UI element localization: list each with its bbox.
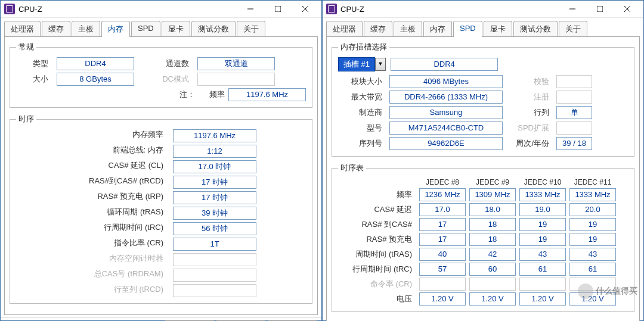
jedec-header: JEDEC #11 [569, 178, 616, 186]
timing-cell: 1.20 V [469, 292, 516, 306]
timing-cell: 18 [469, 218, 516, 231]
trcd-value: 17 时钟 [173, 176, 256, 189]
timing-row-label: RAS# 预充电 [338, 234, 416, 245]
mfr-label: 制造商 [338, 107, 386, 118]
slot-dropdown-button[interactable]: ▼ [375, 58, 386, 71]
timing-row-label: RAS# 到CAS# [338, 219, 416, 230]
timing-cell: 1.20 V [519, 292, 566, 306]
tab-mainboard[interactable]: 主板 [72, 21, 100, 37]
tab-about[interactable]: 关于 [559, 21, 587, 37]
channels-label: 通道数 [139, 58, 193, 69]
type-label: 类型 [16, 58, 52, 69]
timing-row-label: 频率 [338, 189, 416, 200]
timing-cell: 17 [419, 233, 466, 246]
titlebar[interactable]: CPU-Z [323, 1, 643, 18]
slot-legend: 内存插槽选择 [338, 42, 389, 52]
timing-table-legend: 时序表 [338, 163, 366, 173]
tab-caches[interactable]: 缓存 [42, 21, 70, 37]
cl-value: 17.0 时钟 [173, 160, 256, 173]
timing-cell: 60 [469, 263, 516, 276]
timings-legend: 时序 [16, 114, 36, 124]
trdram-value [173, 269, 256, 282]
ranks-value: 单 [556, 106, 592, 119]
maximize-button[interactable] [586, 1, 614, 17]
tab-cpu[interactable]: 处理器 [4, 21, 41, 37]
tab-graphics[interactable]: 显卡 [484, 21, 512, 37]
tab-bar: 处理器 缓存 主板 内存 SPD 显卡 测试分数 关于 [1, 18, 321, 36]
weekyear-value: 39 / 18 [556, 137, 592, 150]
tab-bench[interactable]: 测试分数 [513, 21, 558, 37]
jedec-header: JEDEC #10 [519, 178, 566, 186]
tab-graphics[interactable]: 显卡 [162, 21, 190, 37]
timing-row-label: 周期时间 (tRAS) [338, 249, 416, 260]
memory-panel: 常规 类型 DDR4 通道数 双通道 大小 8 GBytes DC模式 注： 频… [4, 36, 318, 315]
timing-row-label: CAS# 延迟 [338, 204, 416, 215]
watermark-text: 什么值得买 [596, 286, 637, 297]
tab-bench[interactable]: 测试分数 [191, 21, 236, 37]
watermark: 什么值得买 [578, 283, 637, 299]
max-bw-label: 最大带宽 [338, 92, 386, 102]
tab-bar: 处理器 缓存 主板 内存 SPD 显卡 测试分数 关于 [323, 18, 643, 36]
minimize-button[interactable] [237, 1, 264, 17]
tab-memory[interactable]: 内存 [101, 21, 130, 37]
trp-value: 17 时钟 [173, 191, 256, 204]
timing-cell: 18.0 [469, 203, 516, 216]
tab-mainboard[interactable]: 主板 [394, 21, 422, 37]
tab-about[interactable]: 关于 [237, 21, 265, 37]
svg-rect-1 [275, 6, 281, 12]
tab-caches[interactable]: 缓存 [364, 21, 392, 37]
tab-cpu[interactable]: 处理器 [326, 21, 363, 37]
timing-cell: 20.0 [569, 203, 616, 216]
registered-value [556, 91, 592, 104]
close-button[interactable] [614, 1, 641, 17]
timing-row-label: 电压 [338, 294, 416, 304]
cr-label: 指令比率 (CR) [66, 238, 167, 251]
trdram-label: 总CAS号 (tRDRAM) [66, 269, 167, 282]
timing-cell [419, 278, 466, 291]
type-value: DDR4 [57, 57, 134, 70]
correction-value [556, 75, 592, 88]
spdext-label: SPD扩展 [511, 123, 553, 133]
trcd-label: RAS#到CAS# (tRCD) [66, 176, 167, 189]
timings-group: 时序 内存频率 1197.6 MHz 前端总线: 内存 1:12 CAS# 延迟… [10, 114, 312, 304]
titlebar[interactable]: CPU-Z [1, 1, 321, 18]
idle-value [173, 253, 256, 266]
tab-spd[interactable]: SPD [131, 21, 160, 37]
spd-panel: 内存插槽选择 插槽 #1 ▼ DDR4 模块大小 4096 MBytes 最大带… [326, 36, 640, 321]
close-button[interactable] [292, 1, 319, 17]
general-group: 常规 类型 DDR4 通道数 双通道 大小 8 GBytes DC模式 注： 频… [10, 42, 312, 108]
app-title: CPU-Z [18, 5, 42, 14]
memfreq-value: 1197.6 MHz [173, 129, 256, 142]
freq-label: 频率 [199, 89, 228, 100]
trcd2-label: 行至列 (tRCD) [66, 284, 167, 297]
serial-value: 94962D6E [389, 137, 503, 150]
maximize-button[interactable] [264, 1, 292, 17]
timing-cell: 61 [519, 263, 566, 276]
jedec-header: JEDEC #8 [419, 178, 466, 186]
jedec-header: JEDEC #9 [469, 178, 516, 186]
fsbmem-value: 1:12 [173, 145, 256, 158]
cpuz-window-memory: CPU-Z 处理器 缓存 主板 内存 SPD 显卡 测试分数 关于 常规 类型 … [0, 0, 322, 321]
timing-cell: 19 [519, 233, 566, 246]
module-size-value: 4096 MBytes [389, 75, 503, 88]
timing-cell: 19 [569, 218, 616, 231]
minimize-button[interactable] [559, 1, 586, 17]
timing-cell: 17 [419, 218, 466, 231]
slot-group: 内存插槽选择 插槽 #1 ▼ DDR4 模块大小 4096 MBytes 最大带… [332, 42, 634, 157]
slot-selector[interactable]: 插槽 #1 [338, 57, 375, 71]
cr-value: 1T [173, 238, 256, 251]
tab-memory[interactable]: 内存 [423, 21, 452, 37]
timing-cell: 43 [569, 248, 616, 261]
timing-cell: 1309 MHz [469, 188, 516, 201]
general-legend: 常规 [16, 42, 36, 52]
timing-cell: 40 [419, 248, 466, 261]
mfr-value: Samsung [389, 106, 503, 119]
tab-spd[interactable]: SPD [453, 21, 482, 37]
weekyear-label: 周次/年份 [511, 138, 553, 149]
spdext-value [556, 121, 592, 135]
timing-row-label: 命令率 (CR) [338, 279, 416, 289]
app-icon [4, 4, 15, 14]
timing-cell: 1236 MHz [419, 188, 466, 201]
ranks-label: 行列 [511, 107, 553, 118]
cl-label: CAS# 延迟 (CL) [66, 160, 167, 173]
